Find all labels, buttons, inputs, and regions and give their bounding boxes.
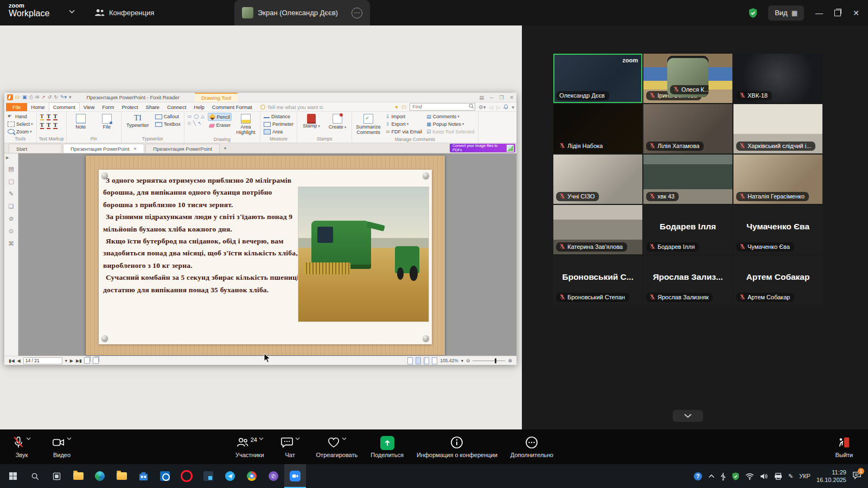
react-button[interactable]: Отреагировать [316, 436, 358, 458]
redo-icon[interactable]: ↻ [54, 95, 58, 100]
zoom-taskbar-icon[interactable] [284, 464, 306, 488]
continuous-view-icon[interactable] [416, 357, 421, 364]
find-prev-icon[interactable]: ◁ [489, 104, 493, 110]
attachments-panel-icon[interactable]: ⊘ [8, 215, 15, 222]
minimize-button[interactable]: — [814, 9, 825, 17]
outlook-taskbar-icon[interactable] [154, 464, 176, 488]
fdf-email-button[interactable]: ✉FDF via Email [385, 128, 423, 135]
open-file-icon[interactable]: 🗁 [15, 95, 20, 100]
chrome-taskbar-icon[interactable] [241, 464, 263, 488]
distance-button[interactable]: Distance [263, 113, 295, 120]
more-participants-button[interactable] [673, 410, 703, 422]
pen-style-icon[interactable]: ✎▾ [60, 95, 67, 100]
telegram-taskbar-icon[interactable] [219, 464, 241, 488]
participant-tile[interactable]: Харківський слідчий і... [733, 104, 822, 153]
action-center-button[interactable]: 1 [852, 471, 861, 481]
prev-page-button[interactable]: ◀ [17, 358, 21, 363]
tab-conference[interactable]: Конференция [87, 0, 162, 25]
facing-view-icon[interactable] [424, 357, 429, 364]
close-button[interactable]: ✕ [851, 9, 861, 17]
panel-expand-icon[interactable]: ▶ [6, 156, 9, 160]
create-stamp-button[interactable]: Create▾ [326, 113, 349, 130]
help-tray-icon[interactable]: ? [693, 472, 703, 481]
workspace-chevron-icon[interactable] [69, 10, 75, 14]
page-number-input[interactable] [23, 357, 62, 364]
favorites-heart-icon[interactable]: ♥ [395, 104, 398, 110]
printer-tray-icon[interactable] [774, 473, 782, 480]
hand-tool-button[interactable]: Hand [7, 113, 34, 120]
comments-button[interactable]: ▤Comments▾ [425, 113, 475, 120]
strikeout-text-icon[interactable]: T [40, 122, 44, 129]
restore-button[interactable] [834, 10, 841, 16]
find-options-icon[interactable]: ⚙▾ [478, 104, 486, 110]
insert-text-icon[interactable]: T [53, 122, 57, 129]
participant-tile[interactable]: Чумаченко ЄваЧумаченко Єва [733, 205, 822, 254]
squiggly-text-icon[interactable]: T [47, 113, 50, 120]
drawing-tool-context-tab[interactable]: Drawing Tool [195, 93, 238, 102]
menu-comment-format[interactable]: Comment Format [208, 103, 256, 111]
bookmarks-panel-icon[interactable]: ▢ [8, 178, 15, 185]
meeting-info-button[interactable]: Информация о конференции [417, 436, 497, 458]
participant-tile[interactable]: Артем СобакарАртем Собакар [733, 255, 822, 305]
participant-tile[interactable]: ХВК-18 [733, 54, 822, 103]
participant-tile[interactable]: Бодарев ІлляБодарев Ілля [643, 205, 732, 254]
search-taskbar-icon[interactable] [24, 464, 46, 488]
tab-list-chevron-icon[interactable]: ▾ [224, 146, 226, 151]
participant-tile[interactable]: хвк 43 [643, 155, 732, 204]
foxit-close-icon[interactable]: ✕ [509, 95, 514, 100]
zoom-in-icon[interactable]: ⊕ [508, 358, 512, 363]
participant-tile[interactable]: Катерина Зав'ялова [553, 205, 642, 254]
cloud-shape-icon[interactable]: ◇ [188, 121, 191, 126]
doc-tab-presentation-2[interactable]: Презентация PowerPoint [145, 144, 220, 153]
convert-banner[interactable]: Convert your image files to PDFs [450, 144, 515, 152]
replace-text-icon[interactable]: T [47, 122, 50, 129]
video-button[interactable]: Видео [49, 436, 75, 458]
export-comments-button[interactable]: ⇧Export▾ [385, 120, 423, 127]
zoom-slider[interactable] [473, 361, 505, 361]
book-view-icon[interactable] [432, 357, 437, 364]
participants-options-chevron[interactable] [259, 437, 264, 440]
first-page-button[interactable]: ▮◀ [9, 358, 15, 363]
pencil-tool-button[interactable]: Pencil [208, 113, 232, 121]
menu-home[interactable]: Home [27, 103, 48, 111]
customize-toolbar-icon[interactable]: ▾ [69, 95, 72, 100]
participants-button[interactable]: 24 Участники [235, 436, 264, 458]
area-highlight-button[interactable]: Area Highlight [234, 113, 258, 136]
textbox-button[interactable]: Textbox [154, 120, 182, 127]
tell-me-search[interactable]: Tell me what you want tc [260, 104, 324, 110]
last-page-button[interactable]: ▶▮ [76, 358, 82, 363]
annotations-panel-icon[interactable]: ✎ [8, 190, 15, 197]
react-options-chevron[interactable] [342, 437, 347, 440]
doc-tab-presentation[interactable]: Презентация PowerPoint✕ [63, 144, 144, 153]
perimeter-button[interactable]: Perimeter [263, 120, 295, 127]
typewriter-button[interactable]: TITypewriter [124, 113, 152, 129]
participant-tile[interactable]: Броновський С...Броновський Степан [553, 255, 642, 305]
viber-taskbar-icon[interactable]: ✆ [263, 464, 284, 488]
taskbar-clock[interactable]: 11:29 16.10.2025 [816, 468, 846, 484]
email-icon[interactable]: ✉ [35, 95, 40, 100]
zoom-workplace-logo[interactable]: zoom Workplace [9, 3, 49, 18]
participant-tile[interactable]: Лілія Хатамова [643, 104, 732, 153]
comments-panel-icon[interactable]: ❏ [8, 203, 15, 210]
find-next-icon[interactable]: ▷ [496, 104, 500, 110]
participant-tile[interactable]: Лідія Набока [553, 104, 642, 153]
usb-tray-icon[interactable] [720, 472, 726, 480]
share-screen-button[interactable]: Поделиться [371, 436, 404, 458]
find-input[interactable] [410, 103, 475, 111]
keep-tool-selected-checkbox[interactable]: ☑Keep Tool Selected [425, 128, 475, 135]
video-options-chevron[interactable] [67, 437, 72, 440]
defender-shield-icon[interactable] [732, 472, 739, 480]
participant-tile[interactable]: Наталія Герасіменко [733, 155, 822, 204]
folder-taskbar-icon[interactable] [111, 464, 132, 488]
prev-view-icon[interactable] [84, 357, 90, 364]
menu-share[interactable]: Share [142, 103, 163, 111]
chat-options-chevron[interactable] [295, 437, 300, 440]
wifi-tray-icon[interactable] [745, 473, 754, 480]
file-attach-button[interactable]: File [95, 113, 119, 130]
zoom-dropdown-icon[interactable]: ▾ [461, 358, 463, 363]
zoom-tool-button[interactable]: Zoom▾ [7, 128, 34, 135]
edge-taskbar-icon[interactable] [89, 464, 111, 488]
highlight-text-icon[interactable]: T [40, 113, 44, 120]
folder-shortcut-icon[interactable]: 🗀 [401, 105, 406, 110]
tab-screen-share[interactable]: Экран (Олександр Дєєв) ⋯ [234, 0, 370, 25]
